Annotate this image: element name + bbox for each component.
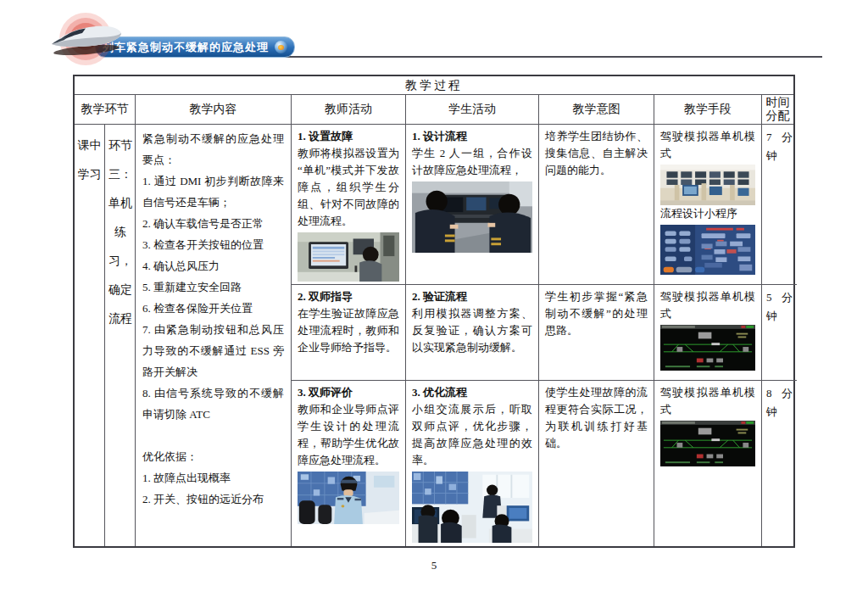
teacher-activity-title: 2. 双师指导	[298, 288, 399, 305]
student-activity-text: 学生 2 人一组，合作设计故障应急处理流程，	[412, 145, 532, 179]
table-row: 3. 双师评价 教师和企业导师点评学生设计的处理流程，帮助学生优化故障应急处理流…	[292, 381, 797, 546]
student-activity-row3: 3. 优化流程 小组交流展示后，听取双师点评，优化步骤，提高故障应急处理的效率。	[406, 381, 539, 546]
column-header-intent: 教学意图	[539, 95, 654, 124]
time-row1: 7 分钟	[762, 125, 797, 284]
method-label: 驾驶模拟器单机模式	[660, 128, 755, 162]
column-header-content: 教学内容	[136, 95, 292, 124]
page-title: 列车紧急制动不缓解的应急处理	[103, 40, 269, 55]
teaching-process-table: 教学过程 教学环节 教学内容 教师活动 学生活动 教学意图 教学手段 时间分配 …	[73, 75, 795, 548]
teacher-activity-row3: 3. 双师评价 教师和企业导师点评学生设计的处理流程，帮助学生优化故障应急处理流…	[292, 381, 406, 546]
teacher-activity-text: 教师将模拟器设置为“单机”模式并下发故障点，组织学生分组、针对不同故障的处理流程…	[298, 145, 399, 230]
student-activity-row1: 1. 设计流程 学生 2 人一组，合作设计故障应急处理流程，	[406, 125, 539, 284]
column-header-method: 教学手段	[654, 95, 762, 124]
track-diagram-screenshot	[660, 325, 755, 371]
table-row: 2. 双师指导 在学生验证故障应急处理流程时，教师和企业导师给予指导。 2. 验…	[292, 285, 797, 381]
stage-phase: 课中学习	[75, 125, 105, 546]
teacher-activity-text: 在学生验证故障应急处理流程时，教师和企业导师给予指导。	[298, 305, 399, 356]
column-header-stage: 教学环节	[75, 95, 136, 124]
intent-row1: 培养学生团结协作、搜集信息、自主解决问题的能力。	[539, 125, 654, 284]
student-activity-title: 3. 优化流程	[412, 384, 532, 401]
intent-row2: 学生初步掌握“紧急制动不缓解”的处理思路。	[539, 285, 654, 380]
column-header-teacher: 教师活动	[292, 95, 406, 124]
table-body: 课中学习 环节三：单机练习，确定流程 紧急制动不缓解的应急处理要点： 1. 通过…	[75, 125, 793, 546]
flow-design-app-screenshot	[660, 225, 755, 275]
table-row: 1. 设置故障 教师将模拟器设置为“单机”模式并下发故障点，组织学生分组、针对不…	[292, 125, 797, 285]
students-at-simulator-photo	[412, 181, 532, 253]
teacher-activity-title: 3. 双师评价	[298, 384, 399, 401]
teacher-activity-row1: 1. 设置故障 教师将模拟器设置为“单机”模式并下发故障点，组织学生分组、针对不…	[292, 125, 406, 284]
intent-row3: 使学生处理故障的流程更符合实际工况，为联机训练打好基础。	[539, 381, 654, 546]
student-activity-title: 1. 设计流程	[412, 128, 532, 145]
classroom-discussion-photo	[412, 472, 532, 543]
banner-orb-icon	[275, 41, 287, 53]
table-title: 教学过程	[75, 76, 793, 95]
method-label: 驾驶模拟器单机模式	[660, 288, 755, 322]
method-label: 驾驶模拟器单机模式	[660, 384, 755, 418]
train-logo-icon	[47, 12, 127, 68]
page-number: 5	[0, 559, 868, 572]
instructor-evaluation-photo	[298, 472, 399, 524]
teacher-activity-text: 教师和企业导师点评学生设计的处理流程，帮助学生优化故障应急处理流程。	[298, 401, 399, 469]
stage-step: 环节三：单机练习，确定流程	[105, 125, 136, 546]
student-activity-text: 利用模拟器调整方案、反复验证，确认方案可以实现紧急制动缓解。	[412, 305, 532, 356]
student-activity-row2: 2. 验证流程 利用模拟器调整方案、反复验证，确认方案可以实现紧急制动缓解。	[406, 285, 539, 380]
method-row3: 驾驶模拟器单机模式	[654, 381, 762, 546]
column-header-student: 学生活动	[406, 95, 539, 124]
teacher-at-computer-photo	[298, 232, 399, 282]
teacher-activity-title: 1. 设置故障	[298, 128, 399, 145]
method-label: 流程设计小程序	[660, 205, 755, 222]
document-page: { "page": { "banner_title": "列车紧急制动不缓解的应…	[0, 0, 868, 614]
method-row2: 驾驶模拟器单机模式	[654, 285, 762, 380]
table-header-row: 教学环节 教学内容 教师活动 学生活动 教学意图 教学手段 时间分配	[75, 95, 793, 125]
method-row1: 驾驶模拟器单机模式 流程	[654, 125, 762, 284]
teaching-content-cell: 紧急制动不缓解的应急处理要点： 1. 通过 DMI 初步判断故障来自信号还是车辆…	[136, 125, 292, 546]
track-diagram-screenshot	[660, 421, 755, 466]
time-row2: 5 分钟	[762, 285, 797, 380]
time-row3: 8 分钟	[762, 381, 797, 546]
teacher-activity-row2: 2. 双师指导 在学生验证故障应急处理流程时，教师和企业导师给予指导。	[292, 285, 406, 380]
student-activity-text: 小组交流展示后，听取双师点评，优化步骤，提高故障应急处理的效率。	[412, 401, 532, 469]
simulator-room-photo	[660, 165, 755, 205]
activity-rows: 1. 设置故障 教师将模拟器设置为“单机”模式并下发故障点，组织学生分组、针对不…	[292, 125, 797, 546]
student-activity-title: 2. 验证流程	[412, 288, 532, 305]
stage-cell: 课中学习 环节三：单机练习，确定流程	[75, 125, 136, 546]
column-header-time: 时间分配	[762, 95, 793, 124]
